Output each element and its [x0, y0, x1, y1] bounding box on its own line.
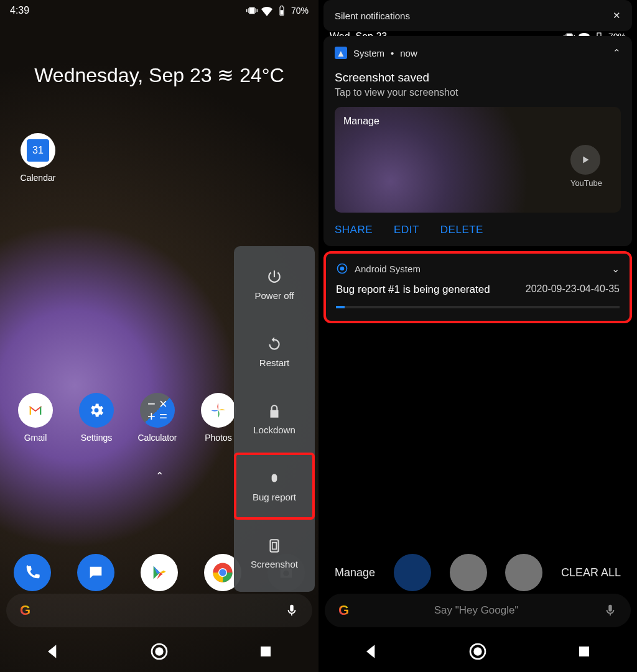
nav-home[interactable] — [468, 642, 488, 661]
app-settings[interactable]: Settings — [75, 393, 118, 443]
screenshot-thumbnail[interactable]: Manage YouTube — [335, 107, 621, 213]
app-gmail[interactable]: Gmail — [14, 393, 57, 443]
manage-button[interactable]: Manage — [335, 566, 375, 579]
play-icon — [151, 564, 168, 581]
status-bar: 4:39 70% — [0, 0, 318, 21]
chrome-icon — [212, 562, 233, 583]
notif-subtitle: Tap to view your screenshot — [335, 87, 621, 98]
bug-timestamp: 2020-09-23-04-40-35 — [526, 283, 620, 296]
mic-icon[interactable] — [285, 604, 299, 617]
svg-point-6 — [155, 647, 163, 655]
google-g-icon: G — [338, 602, 349, 619]
svg-rect-7 — [261, 647, 271, 656]
wifi-icon — [261, 5, 272, 16]
app-settings-label: Settings — [75, 433, 118, 443]
lock-icon — [266, 403, 282, 420]
screen-notification-shade: 4:41 Wed, Sep 23 70% Silent notification… — [318, 0, 637, 672]
shade-footer: Manage CLEAR ALL — [318, 554, 637, 591]
power-menu-restart[interactable]: Restart — [234, 318, 315, 385]
notification-bug-report[interactable]: Android System ⌄ Bug report #1 is being … — [323, 251, 632, 323]
restart-icon — [266, 336, 282, 352]
screenshot-icon — [266, 538, 282, 554]
notif-time: now — [400, 48, 417, 58]
status-time: 4:39 — [10, 5, 29, 16]
mic-icon[interactable] — [603, 604, 617, 617]
thumb-youtube: YouTube — [570, 145, 602, 188]
restart-label: Restart — [259, 357, 289, 368]
bug-progress — [336, 306, 620, 308]
notification-screenshot[interactable]: ▲ System • now ⌃ Screenshot saved Tap to… — [323, 36, 632, 246]
svg-point-15 — [340, 267, 345, 271]
app-calculator[interactable]: − ×+ = Calculator — [136, 393, 179, 443]
power-menu-bug-report[interactable]: Bug report — [234, 453, 315, 520]
nav-recents[interactable] — [574, 642, 594, 661]
bug-report-label: Bug report — [253, 492, 296, 502]
power-menu-lockdown[interactable]: Lockdown — [234, 385, 315, 453]
battery-icon — [276, 5, 287, 16]
action-share[interactable]: SHARE — [335, 224, 373, 236]
silent-label: Silent notifications — [335, 11, 410, 21]
dock-play-store[interactable] — [450, 554, 487, 591]
nav-bar — [318, 631, 637, 672]
gmail-icon — [27, 402, 44, 419]
power-menu-power-off[interactable]: Power off — [234, 251, 315, 318]
google-g-icon: G — [20, 602, 30, 619]
power-menu-screenshot[interactable]: Screenshot — [234, 520, 315, 587]
lockdown-label: Lockdown — [253, 425, 295, 435]
notif-title: Screenshot saved — [335, 71, 621, 85]
battery-pct: 70% — [291, 6, 309, 16]
svg-point-3 — [219, 569, 226, 576]
nav-back[interactable] — [361, 642, 381, 661]
clear-all-button[interactable]: CLEAR ALL — [561, 566, 621, 579]
power-menu: Power off Restart Lockdown Bug report Sc… — [234, 246, 315, 592]
chevron-down-icon[interactable]: ⌄ — [611, 263, 620, 275]
close-icon[interactable]: ✕ — [613, 10, 621, 21]
photos-icon — [210, 402, 227, 419]
app-calendar[interactable]: 31 Calendar — [16, 133, 60, 183]
action-edit[interactable]: EDIT — [394, 224, 419, 236]
app-calculator-label: Calculator — [136, 433, 179, 443]
google-search-bar[interactable]: G Say "Hey Google" — [325, 594, 631, 627]
chevron-up-icon[interactable]: ⌃ — [613, 47, 621, 58]
power-icon — [266, 269, 282, 285]
action-delete[interactable]: DELETE — [440, 224, 483, 236]
power-off-label: Power off — [254, 290, 294, 301]
search-hint: Say "Hey Google" — [434, 604, 519, 617]
bug-icon — [266, 471, 282, 487]
bug-app: Android System — [355, 264, 421, 274]
system-icon: ▲ — [335, 47, 347, 59]
svg-rect-0 — [281, 10, 284, 15]
screenshot-label: Screenshot — [251, 559, 298, 569]
app-calendar-label: Calendar — [16, 173, 60, 183]
nav-bar — [0, 631, 318, 672]
svg-rect-18 — [579, 647, 589, 656]
android-system-icon — [336, 262, 348, 275]
youtube-icon — [579, 153, 592, 167]
vibrate-icon — [246, 5, 258, 16]
svg-rect-8 — [271, 540, 279, 552]
dock-messages[interactable] — [77, 554, 114, 591]
nav-back[interactable] — [43, 642, 63, 661]
calendar-day: 31 — [27, 139, 49, 162]
thumb-manage: Manage — [343, 116, 379, 127]
drawer-handle-icon[interactable]: ⌃ — [156, 470, 164, 482]
gear-icon — [88, 402, 105, 419]
dock-chrome[interactable] — [505, 554, 542, 591]
dock-messages[interactable] — [394, 554, 431, 591]
svg-point-17 — [473, 647, 481, 655]
nav-home[interactable] — [149, 642, 169, 661]
date-weather-widget[interactable]: Wednesday, Sep 23 ≋ 24°C — [0, 63, 318, 87]
google-search-bar[interactable]: G — [6, 594, 312, 627]
app-gmail-label: Gmail — [14, 433, 57, 443]
screen-home: 4:39 70% Wednesday, Sep 23 ≋ 24°C 31 Cal… — [0, 0, 318, 672]
notif-actions: SHARE EDIT DELETE — [335, 224, 621, 236]
phone-icon — [24, 564, 41, 581]
notif-app: System — [353, 48, 384, 58]
message-icon — [87, 564, 105, 581]
dock-phone[interactable] — [14, 554, 51, 591]
dock-play-store[interactable] — [141, 554, 178, 591]
bug-title: Bug report #1 is being generated — [336, 283, 490, 296]
silent-notifications-header: Silent notifications ✕ — [323, 0, 632, 31]
nav-recents[interactable] — [256, 642, 276, 661]
